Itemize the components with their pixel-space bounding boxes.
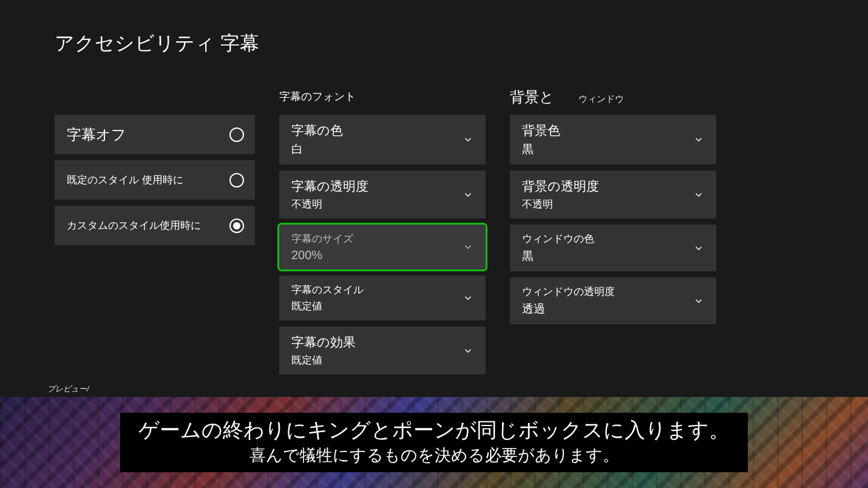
settings-content: 字幕オフ 既定のスタイル 使用時に カスタムのスタイル使用時に 字幕のフォント … bbox=[0, 57, 868, 374]
dropdown-label: ウィンドウの透明度 bbox=[522, 285, 615, 299]
dropdown-caption-style[interactable]: 字幕のスタイル 既定値 bbox=[279, 276, 486, 320]
dropdown-label: 字幕の効果 bbox=[291, 334, 356, 351]
preview-label: プレビュー/ bbox=[47, 384, 89, 395]
chevron-down-icon bbox=[693, 134, 704, 145]
dropdown-background-color[interactable]: 背景色 黒 bbox=[510, 115, 716, 164]
caption-preview-box: ゲームの終わりにキングとポーンが同じボックスに入ります。 喜んで犠牲にするものを… bbox=[120, 413, 748, 472]
radio-label: 既定のスタイル 使用時に bbox=[67, 173, 183, 187]
radio-icon bbox=[229, 127, 244, 142]
background-window-group: 背景と ウィンドウ 背景色 黒 背景の透明度 不透明 ウィンドウの bbox=[510, 87, 716, 374]
section-header-bg: 背景と ウィンドウ bbox=[510, 87, 716, 106]
page-title: アクセシビリティ 字幕 bbox=[0, 0, 868, 57]
section-header-part2: ウィンドウ bbox=[578, 93, 624, 105]
dropdown-background-transparency[interactable]: 背景の透明度 不透明 bbox=[510, 171, 716, 219]
dropdown-label: 字幕のスタイル bbox=[291, 283, 364, 297]
radio-label: カスタムのスタイル使用時に bbox=[67, 219, 201, 232]
dropdown-caption-effect[interactable]: 字幕の効果 既定値 bbox=[279, 327, 486, 374]
font-dropdown-list: 字幕の色 白 字幕の透明度 不透明 字幕のサイズ 200% bbox=[279, 115, 486, 374]
dropdown-value: 既定値 bbox=[291, 353, 356, 367]
dropdown-label: 背景の透明度 bbox=[522, 178, 599, 195]
dropdown-label: 字幕の透明度 bbox=[291, 178, 368, 195]
chevron-down-icon bbox=[463, 242, 473, 252]
dropdown-value: 黒 bbox=[522, 141, 560, 157]
caption-preview-line1: ゲームの終わりにキングとポーンが同じボックスに入ります。 bbox=[138, 416, 730, 444]
dropdown-label: 字幕のサイズ bbox=[291, 232, 353, 246]
radio-icon bbox=[229, 219, 244, 233]
dropdown-value: 不透明 bbox=[291, 197, 368, 211]
section-header-part1: 背景と bbox=[510, 87, 554, 107]
radio-custom-style[interactable]: カスタムのスタイル使用時に bbox=[55, 206, 255, 245]
dropdown-caption-color[interactable]: 字幕の色 白 bbox=[279, 115, 486, 164]
radio-icon bbox=[229, 173, 244, 188]
caption-mode-group: 字幕オフ 既定のスタイル 使用時に カスタムのスタイル使用時に bbox=[55, 87, 255, 374]
dropdown-value: 黒 bbox=[522, 248, 594, 264]
dropdown-window-color[interactable]: ウィンドウの色 黒 bbox=[510, 225, 716, 271]
section-header-font: 字幕のフォント bbox=[279, 87, 486, 106]
dropdown-value: 白 bbox=[291, 141, 343, 157]
dropdown-caption-size[interactable]: 字幕のサイズ 200% bbox=[279, 225, 486, 269]
chevron-down-icon bbox=[463, 345, 473, 356]
dropdown-value: 透過 bbox=[522, 301, 615, 317]
chevron-down-icon bbox=[463, 134, 473, 145]
bg-dropdown-list: 背景色 黒 背景の透明度 不透明 ウィンドウの色 黒 bbox=[510, 115, 716, 324]
dropdown-label: ウィンドウの色 bbox=[522, 232, 594, 246]
dropdown-value: 不透明 bbox=[522, 197, 599, 211]
dropdown-label: 字幕の色 bbox=[291, 122, 343, 139]
dropdown-window-transparency[interactable]: ウィンドウの透明度 透過 bbox=[510, 277, 716, 324]
chevron-down-icon bbox=[693, 189, 704, 200]
caption-font-group: 字幕のフォント 字幕の色 白 字幕の透明度 不透明 字幕のサイズ 2 bbox=[279, 87, 486, 374]
chevron-down-icon bbox=[463, 293, 473, 303]
radio-captions-off[interactable]: 字幕オフ bbox=[55, 115, 255, 154]
chevron-down-icon bbox=[463, 189, 473, 200]
chevron-down-icon bbox=[693, 243, 704, 254]
caption-preview-area: ゲームの終わりにキングとポーンが同じボックスに入ります。 喜んで犠牲にするものを… bbox=[0, 397, 868, 488]
chevron-down-icon bbox=[693, 296, 704, 307]
caption-preview-line2: 喜んで犠牲にするものを決める必要があります。 bbox=[138, 444, 730, 466]
dropdown-value: 既定値 bbox=[291, 299, 364, 313]
radio-label: 字幕オフ bbox=[67, 125, 126, 144]
dropdown-value: 200% bbox=[291, 248, 353, 262]
dropdown-caption-transparency[interactable]: 字幕の透明度 不透明 bbox=[279, 171, 486, 219]
dropdown-label: 背景色 bbox=[522, 122, 560, 139]
radio-default-style[interactable]: 既定のスタイル 使用時に bbox=[55, 160, 255, 200]
